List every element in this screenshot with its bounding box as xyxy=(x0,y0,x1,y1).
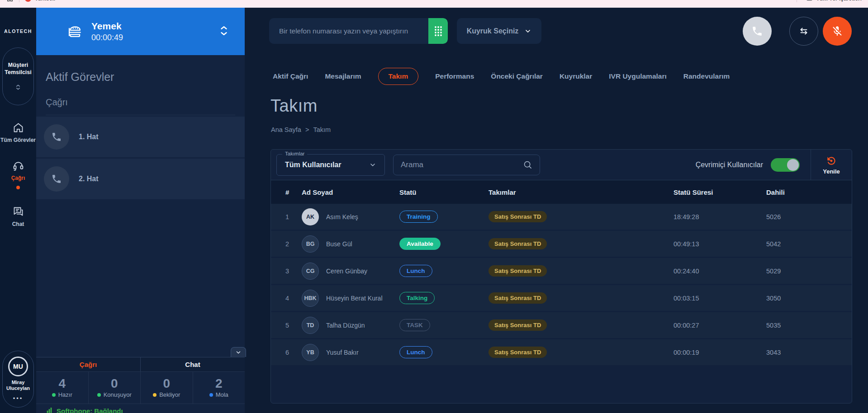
status-cell: Lunch xyxy=(399,346,489,358)
user-menu[interactable]: MU Miray Uluceylan ••• xyxy=(2,351,34,408)
teams-select[interactable]: Takımlar Tüm Kullanıcılar xyxy=(276,154,385,176)
agent-stats-panel: Çağrı Chat 4 Hazır 0 Konuşuyor 0 Bekliyo… xyxy=(36,357,245,413)
agent-status-banner[interactable]: Yemek 00:00:49 xyxy=(36,8,245,55)
bookmark-site-label[interactable]: Turkcell xyxy=(35,0,55,2)
table-row[interactable]: 5 TD Talha Düzgün TASK Satış Sonrası TD … xyxy=(271,312,852,338)
stat-label: Mola xyxy=(209,391,228,398)
agent-cell: YB Yusuf Bakır xyxy=(302,344,399,361)
avatar: AK xyxy=(302,208,319,225)
sidebar-item-cagri[interactable]: Çağrı xyxy=(0,160,36,189)
queue-select[interactable]: Kuyruk Seçiniz xyxy=(457,18,541,44)
user-name: Miray Uluceylan xyxy=(4,380,33,392)
chat-icon xyxy=(12,206,24,218)
dialpad-button[interactable] xyxy=(428,18,448,44)
search-input[interactable] xyxy=(401,160,523,169)
table-row[interactable]: 2 BG Buse Gül Available Satış Sonrası TD… xyxy=(271,231,852,257)
stat-mola: 2 Mola xyxy=(193,372,245,404)
team-badge: Satış Sonrası TD xyxy=(489,347,547,358)
avatar: TD xyxy=(302,317,319,334)
phone-icon xyxy=(44,124,69,150)
column-header: Dahili xyxy=(766,188,852,196)
online-users-filter: Çevrimiçi Kullanıcılar xyxy=(696,158,800,172)
table-row[interactable]: 6 YB Yusuf Bakır Lunch Satış Sonrası TD … xyxy=(271,339,852,365)
status-timer: 00:00:49 xyxy=(91,33,123,42)
all-bookmarks-label[interactable]: Tüm Yer İşaretleri xyxy=(816,0,862,2)
agent-name: Ceren Günbay xyxy=(326,268,367,275)
page-title: Takım xyxy=(270,96,318,116)
tab-kuyruklar[interactable]: Kuyruklar xyxy=(560,72,592,80)
call-topbar: Kuyruk Seçiniz xyxy=(269,18,852,44)
stat-label: Hazır xyxy=(52,391,72,398)
tab-mesajlarim[interactable]: Mesajlarım xyxy=(325,72,361,80)
table-row[interactable]: 4 HBK Hüseyin Berat Kural Talking Satış … xyxy=(271,285,852,311)
status-badge: TASK xyxy=(399,319,430,331)
breadcrumb-separator: > xyxy=(305,126,309,133)
table-row[interactable]: 1 AK Asım Keleş Training Satış Sonrası T… xyxy=(271,204,852,230)
status-badge: Lunch xyxy=(399,265,432,277)
tab-performans[interactable]: Performans xyxy=(435,72,474,80)
team-badge: Satış Sonrası TD xyxy=(489,265,547,277)
status-cell: Training xyxy=(399,211,489,223)
phone-number-input[interactable] xyxy=(269,27,428,35)
table-header: # Ad Soyad Statü Takımlar Statü Süresi D… xyxy=(271,180,852,204)
call-button[interactable] xyxy=(743,17,772,46)
mic-off-icon xyxy=(831,25,843,37)
table-row[interactable]: 3 CG Ceren Günbay Lunch Satış Sonrası TD… xyxy=(271,258,852,284)
extension: 3043 xyxy=(766,349,852,356)
status-name: Yemek xyxy=(91,21,123,32)
sidebar-nav: Tüm Görevler Çağrı Chat xyxy=(0,105,36,227)
status-dot-icon xyxy=(52,393,56,397)
sidebar-item-chat[interactable]: Chat xyxy=(0,206,36,227)
collapse-stats-button[interactable] xyxy=(231,347,246,357)
team-badge: Satış Sonrası TD xyxy=(489,292,547,304)
status-cell: Lunch xyxy=(399,265,489,277)
team-badge: Satış Sonrası TD xyxy=(489,319,547,331)
tab-randevularim[interactable]: Randevularım xyxy=(683,72,730,80)
team-card: Takımlar Tüm Kullanıcılar Çevrimiçi Kull… xyxy=(270,149,852,404)
softphone-status-text: Softphone: Bağlandı xyxy=(57,407,123,413)
agent-cell: CG Ceren Günbay xyxy=(302,263,399,280)
team-cell: Satış Sonrası TD xyxy=(489,319,674,331)
call-controls xyxy=(743,17,852,46)
breadcrumb-home[interactable]: Ana Sayfa xyxy=(271,126,301,133)
status-badge: Available xyxy=(399,238,441,250)
stat-bekliyor: 0 Bekliyor xyxy=(140,372,193,404)
signal-bars-icon xyxy=(46,407,53,413)
extension: 3050 xyxy=(766,295,852,302)
status-badge: Training xyxy=(399,211,438,223)
call-line-label: 1. Hat xyxy=(79,133,99,141)
transfer-arrows-icon xyxy=(798,25,810,37)
tab-onceki-cagrilar[interactable]: Önceki Çağrılar xyxy=(491,72,543,80)
toggle-knob xyxy=(787,159,799,171)
stats-tabs: Çağrı Chat xyxy=(36,357,245,372)
mute-button[interactable] xyxy=(823,17,852,46)
extension: 5026 xyxy=(766,213,852,221)
alotech-logo: ALOTECH xyxy=(4,28,32,34)
team-cell: Satış Sonrası TD xyxy=(489,347,674,358)
chevron-up-down-icon[interactable] xyxy=(218,25,230,38)
chevron-down-icon xyxy=(369,161,376,169)
online-users-toggle[interactable] xyxy=(771,158,800,172)
apps-grid-icon[interactable] xyxy=(6,0,14,2)
tab-aktif-cagri[interactable]: Aktif Çağrı xyxy=(273,72,308,80)
avatar: YB xyxy=(302,344,319,361)
stats-tab-chat[interactable]: Chat xyxy=(140,357,245,371)
dialpad-icon xyxy=(433,25,443,37)
tab-ivr-uygulamalari[interactable]: IVR Uygulamaları xyxy=(609,72,667,80)
sidebar-item-tum-gorevler[interactable]: Tüm Görevler xyxy=(0,122,36,143)
column-header: Statü Süresi xyxy=(674,188,766,196)
status-duration: 00:00:27 xyxy=(674,322,766,329)
team-badge: Satış Sonrası TD xyxy=(489,238,547,249)
refresh-label: Yenile xyxy=(823,168,840,175)
filter-row: Takımlar Tüm Kullanıcılar Çevrimiçi Kull… xyxy=(271,150,852,180)
call-line-item[interactable]: 1. Hat xyxy=(36,117,245,157)
call-line-item[interactable]: 2. Hat xyxy=(36,159,245,199)
tab-takim[interactable]: Takım xyxy=(378,68,419,85)
transfer-button[interactable] xyxy=(789,17,818,46)
dial-number-box xyxy=(269,18,448,44)
team-cell: Satış Sonrası TD xyxy=(489,265,674,277)
agent-name: Buse Gül xyxy=(326,240,352,248)
stats-tab-çağrı[interactable]: Çağrı xyxy=(36,357,140,371)
refresh-button[interactable]: Yenile xyxy=(811,155,852,175)
agent-role-selector[interactable]: Müşteri Temsilcisi xyxy=(2,47,34,105)
